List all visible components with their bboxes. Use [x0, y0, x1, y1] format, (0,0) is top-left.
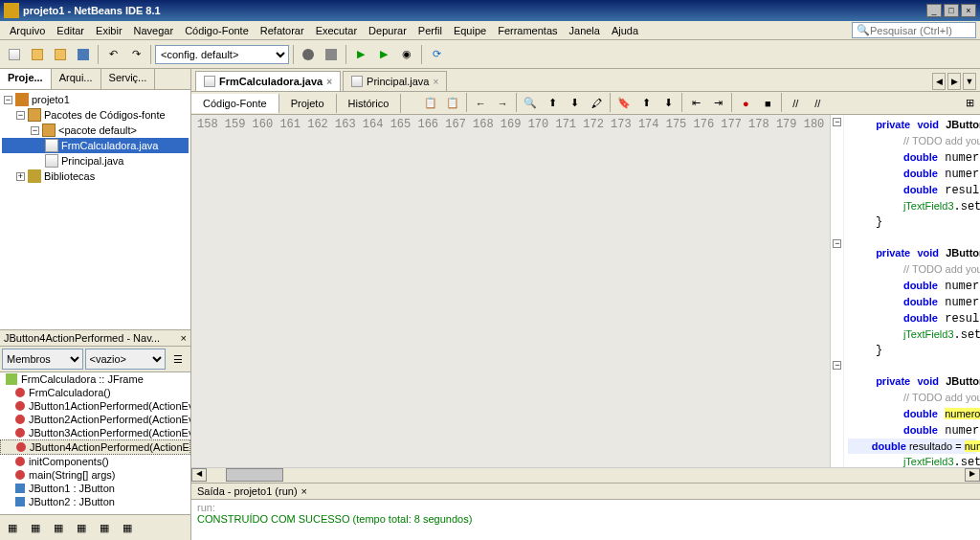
tree-file-frmcalculadora[interactable]: FrmCalculadora.java: [2, 138, 189, 153]
tab-services[interactable]: Serviç...: [101, 69, 156, 89]
navigator-tree[interactable]: FrmCalculadora :: JFrame FrmCalculadora(…: [0, 372, 190, 514]
project-tree[interactable]: −projeto1 −Pacotes de Códigos-fonte −<pa…: [0, 90, 190, 329]
navigator-filter-empty[interactable]: <vazio>: [85, 349, 167, 370]
editor-tb-shift-left[interactable]: ⇤: [685, 93, 706, 114]
output-content[interactable]: run: CONSTRUÍDO COM SUCESSO (tempo total…: [191, 500, 980, 540]
menu-exibir[interactable]: Exibir: [90, 23, 128, 38]
file-tab-principal[interactable]: Principal.java ×: [343, 71, 447, 91]
scroll-thumb[interactable]: [226, 468, 283, 482]
minimize-button[interactable]: _: [926, 4, 942, 17]
editor-tb-shift-right[interactable]: ⇥: [707, 93, 728, 114]
nav-method-jbutton3[interactable]: JButton3ActionPerformed(ActionEv: [0, 426, 190, 439]
expand-icon[interactable]: +: [16, 172, 25, 181]
clean-build-button[interactable]: [321, 44, 342, 65]
fold-gutter[interactable]: − − −: [831, 115, 844, 467]
nav-field-jbutton1[interactable]: JButton1 : JButton: [0, 482, 190, 495]
output-close-button[interactable]: ×: [301, 485, 307, 497]
redo-button[interactable]: ↷: [125, 44, 146, 65]
tab-list-button[interactable]: ▼: [963, 73, 976, 90]
undo-button[interactable]: ↶: [102, 44, 123, 65]
code-editor[interactable]: 158 159 160 161 162 163 164 165 166 167 …: [191, 115, 980, 467]
menu-arquivo[interactable]: Arquivo: [4, 23, 51, 38]
nav-method-jbutton2[interactable]: JButton2ActionPerformed(ActionEv: [0, 413, 190, 426]
menu-executar[interactable]: Executar: [310, 23, 363, 38]
global-search[interactable]: 🔍: [852, 22, 976, 38]
build-button[interactable]: [298, 44, 319, 65]
navigator-options-button[interactable]: ☰: [167, 349, 189, 370]
maximize-button[interactable]: □: [944, 4, 959, 17]
editor-tb-macro-stop[interactable]: ■: [757, 93, 778, 114]
new-file-button[interactable]: [4, 44, 25, 65]
fold-toggle[interactable]: −: [833, 361, 841, 370]
editor-tb-next[interactable]: ⬇: [564, 93, 585, 114]
menu-codigo-fonte[interactable]: Código-Fonte: [179, 23, 255, 38]
scroll-right-arrow[interactable]: ▶: [965, 468, 980, 482]
editor-tb-fwd[interactable]: →: [492, 93, 513, 114]
nav-field-jbutton2[interactable]: JButton2 : JButton: [0, 495, 190, 508]
menu-ferramentas[interactable]: Ferramentas: [492, 23, 563, 38]
menu-navegar[interactable]: Navegar: [128, 23, 180, 38]
menu-ajuda[interactable]: Ajuda: [606, 23, 644, 38]
menu-depurar[interactable]: Depurar: [363, 23, 412, 38]
navigator-filter-members[interactable]: Membros: [2, 349, 83, 370]
git-button[interactable]: ⟳: [426, 44, 447, 65]
close-tab-icon[interactable]: ×: [326, 77, 332, 87]
tree-libraries[interactable]: +Bibliotecas: [2, 169, 189, 184]
scroll-left-arrow[interactable]: ◀: [191, 468, 207, 482]
editor-split-button[interactable]: ⊞: [959, 93, 980, 114]
new-project-button[interactable]: [27, 44, 48, 65]
nav-filter-btn-1[interactable]: ▦: [2, 517, 23, 538]
profile-button[interactable]: ◉: [396, 44, 417, 65]
editor-tb-uncomment[interactable]: //: [807, 93, 828, 114]
subtab-source[interactable]: Código-Fonte: [191, 94, 279, 113]
code-text[interactable]: private void JButton2ActionPerformed(jav…: [844, 115, 980, 467]
navigator-close-button[interactable]: ×: [181, 332, 187, 344]
tree-default-package[interactable]: −<pacote default>: [2, 123, 189, 138]
collapse-icon[interactable]: −: [16, 111, 25, 120]
output-tab[interactable]: Saída - projeto1 (run): [197, 485, 298, 497]
close-tab-icon[interactable]: ×: [433, 77, 438, 87]
tree-file-principal[interactable]: Principal.java: [2, 153, 189, 169]
tab-scroll-left[interactable]: ◀: [932, 73, 946, 90]
tab-files[interactable]: Arqui...: [52, 69, 101, 89]
editor-tb-comment[interactable]: //: [785, 93, 806, 114]
editor-tb-bm-next[interactable]: ⬇: [657, 93, 679, 114]
editor-tb-2[interactable]: 📋: [442, 93, 463, 114]
config-select[interactable]: <config. default>: [155, 45, 289, 64]
line-number-gutter[interactable]: 158 159 160 161 162 163 164 165 166 167 …: [191, 115, 831, 467]
horizontal-scrollbar[interactable]: ◀ ▶: [191, 467, 980, 483]
nav-method-initcomponents[interactable]: initComponents(): [0, 455, 190, 468]
menu-refatorar[interactable]: Refatorar: [255, 23, 310, 38]
editor-tb-1[interactable]: 📋: [420, 93, 441, 114]
debug-button[interactable]: ▶: [373, 44, 394, 65]
open-button[interactable]: [50, 44, 71, 65]
nav-filter-btn-4[interactable]: ▦: [71, 517, 92, 538]
nav-method-jbutton4[interactable]: JButton4ActionPerformed(ActionEv: [0, 439, 190, 455]
tab-projects[interactable]: Proje...: [0, 69, 52, 89]
nav-constructor[interactable]: FrmCalculadora(): [0, 386, 190, 399]
tree-project-root[interactable]: −projeto1: [2, 92, 189, 107]
tab-scroll-right[interactable]: ▶: [947, 73, 961, 90]
nav-filter-btn-5[interactable]: ▦: [94, 517, 115, 538]
run-button[interactable]: ▶: [350, 44, 371, 65]
file-tab-frmcalculadora[interactable]: FrmCalculadora.java ×: [195, 71, 341, 91]
editor-tb-back[interactable]: ←: [470, 93, 491, 114]
editor-tb-bookmark[interactable]: 🔖: [613, 93, 635, 114]
editor-tb-prev[interactable]: ⬆: [542, 93, 563, 114]
nav-method-jbutton1[interactable]: JButton1ActionPerformed(ActionEv: [0, 399, 190, 413]
editor-tb-hl[interactable]: 🖍: [586, 93, 607, 114]
menu-equipe[interactable]: Equipe: [448, 23, 492, 38]
nav-class[interactable]: FrmCalculadora :: JFrame: [0, 372, 190, 386]
collapse-icon[interactable]: −: [31, 126, 39, 135]
menu-perfil[interactable]: Perfil: [412, 23, 448, 38]
save-all-button[interactable]: [73, 44, 94, 65]
editor-tb-macro-start[interactable]: ●: [735, 93, 756, 114]
collapse-icon[interactable]: −: [4, 96, 12, 104]
fold-toggle[interactable]: −: [833, 118, 841, 126]
tree-source-packages[interactable]: −Pacotes de Códigos-fonte: [2, 107, 189, 123]
editor-tb-find[interactable]: 🔍: [520, 93, 541, 114]
fold-toggle[interactable]: −: [833, 239, 841, 248]
nav-method-main[interactable]: main(String[] args): [0, 468, 190, 482]
menu-editar[interactable]: Editar: [51, 23, 90, 38]
subtab-history[interactable]: Histórico: [337, 94, 402, 113]
